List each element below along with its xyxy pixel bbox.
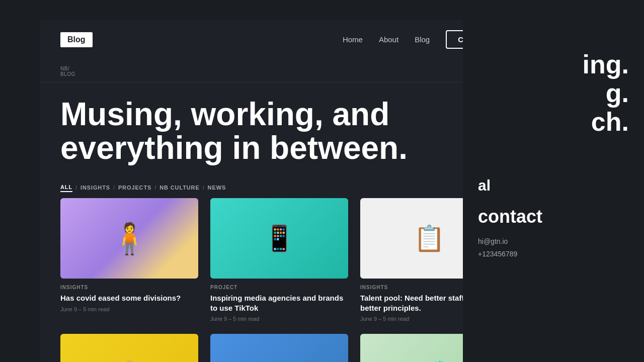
meta-nb: NB/ BLOG: [60, 66, 75, 77]
card-1-title: Has covid eased some divisions?: [60, 293, 198, 303]
card-4-image: [60, 334, 198, 362]
card-5-image: [210, 334, 348, 362]
hero-title: Musing, working, and everything in betwe…: [60, 98, 443, 165]
meta-blog-label: BLOG: [60, 71, 75, 77]
filter-bar: ALL / INSIGHTS / PROJECTS / NB CULTURE /…: [40, 175, 518, 198]
card-1[interactable]: INSIGHTS Has covid eased some divisions?…: [60, 198, 198, 322]
sep-3: /: [154, 185, 156, 191]
right-panel: ing. g. ch. al contact hi@gtn.io +123456…: [463, 0, 644, 362]
card-2-meta: June 9 – 5 min read: [210, 316, 348, 322]
sep-4: /: [203, 185, 205, 191]
right-middle-label: al: [478, 177, 629, 194]
filter-nb-culture[interactable]: NB CULTURE: [159, 184, 199, 192]
right-email[interactable]: hi@gtn.io: [478, 235, 629, 248]
sep-2: /: [113, 185, 115, 191]
meta-nb-label: NB/: [60, 66, 75, 71]
card-1-meta: June 9 – 5 min read: [60, 306, 198, 312]
filter-news[interactable]: NEWS: [208, 184, 226, 192]
right-text-line-1: ing.: [478, 50, 629, 79]
right-contact-title: contact: [478, 206, 629, 227]
nav-about[interactable]: About: [379, 35, 398, 44]
nav-blog[interactable]: Blog: [415, 35, 430, 44]
filter-projects[interactable]: PROJECTS: [118, 184, 151, 192]
right-contact-info: hi@gtn.io +123456789: [478, 235, 629, 260]
cards-grid: INSIGHTS Has covid eased some divisions?…: [40, 198, 518, 362]
right-phone[interactable]: +123456789: [478, 248, 629, 260]
nav-home[interactable]: Home: [343, 35, 363, 44]
sep-1: /: [75, 185, 77, 191]
card-5[interactable]: [210, 334, 348, 362]
card-2-title: Inspiring media agencies and brands to u…: [210, 293, 348, 313]
right-panel-top-text: ing. g. ch.: [478, 50, 629, 137]
logo[interactable]: Blog: [60, 32, 93, 47]
card-1-image: [60, 198, 198, 279]
filter-insights[interactable]: INSIGHTS: [80, 184, 110, 192]
hero-section: Musing, working, and everything in betwe…: [40, 82, 518, 175]
blog-panel: Blog Home About Blog Contact NB/ BLOG 37…: [40, 20, 518, 362]
right-text-line-2: g.: [478, 79, 629, 108]
right-panel-middle: al: [478, 177, 629, 196]
card-4[interactable]: [60, 334, 198, 362]
card-1-category: INSIGHTS: [60, 285, 198, 290]
card-2-category: PROJECT: [210, 285, 348, 290]
right-panel-contact-section: contact hi@gtn.io +123456789: [478, 206, 629, 260]
meta-bar: NB/ BLOG 37 ARTICLE: [40, 59, 518, 82]
right-text-line-3: ch.: [478, 108, 629, 136]
filter-all[interactable]: ALL: [60, 183, 72, 192]
card-2[interactable]: PROJECT Inspiring media agencies and bra…: [210, 198, 348, 322]
card-2-image: [210, 198, 348, 279]
navbar: Blog Home About Blog Contact: [40, 20, 518, 59]
